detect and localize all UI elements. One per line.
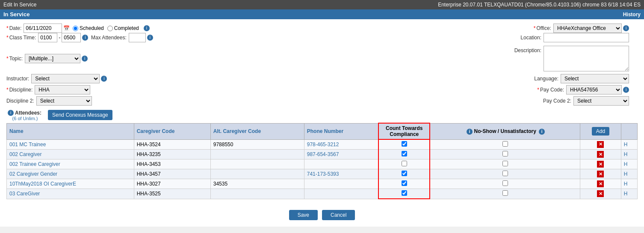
- alt-caregiver-code-sort-link[interactable]: Alt. Caregiver Code: [213, 128, 261, 134]
- instructor-info-icon[interactable]: i: [101, 76, 107, 82]
- compliance-checkbox[interactable]: [402, 180, 407, 186]
- send-conexus-button[interactable]: Send Conexus Message: [48, 110, 112, 120]
- instructor-section: Instructor: Select i: [6, 74, 318, 83]
- paycode-info-icon[interactable]: i: [623, 87, 629, 93]
- delete-button[interactable]: ✕: [597, 180, 604, 187]
- caregiver-code-cell: HHA-3453: [134, 159, 210, 169]
- max-attendees-input[interactable]: [129, 33, 146, 42]
- attendee-link[interactable]: 10ThMay2018 OI CaregiverE: [9, 181, 76, 187]
- delete-button[interactable]: ✕: [597, 161, 604, 168]
- classtime-start-input[interactable]: [38, 33, 57, 42]
- row-discipline2-paycode2: Discipline 2: Select Pay Code 2: Select: [6, 96, 638, 106]
- discipline-select[interactable]: HHA: [35, 85, 90, 94]
- phone-cell: 741-173-5393: [304, 169, 378, 179]
- h-link[interactable]: H: [624, 142, 628, 147]
- office-info-icon[interactable]: i: [623, 25, 629, 31]
- topic-select[interactable]: [Multiple...]: [25, 54, 80, 63]
- compliance-cell: [378, 189, 430, 199]
- phone-link[interactable]: 987-654-3567: [307, 151, 339, 157]
- h-cell: H: [621, 150, 637, 159]
- attendee-link[interactable]: 03 CareGiver: [9, 191, 40, 197]
- noshow-checkbox[interactable]: [502, 161, 508, 166]
- compliance-checkbox[interactable]: [402, 190, 407, 196]
- attendee-link[interactable]: 002 Caregiver: [9, 151, 41, 157]
- attendee-link[interactable]: 02 Caregiver Gender: [9, 171, 57, 177]
- compliance-checkbox[interactable]: [402, 151, 407, 156]
- phone-link[interactable]: 978-465-3212: [307, 142, 339, 147]
- caregiver-code-cell: HHA-3457: [134, 169, 210, 179]
- noshow-cell: [430, 189, 580, 199]
- noshow-info-icon[interactable]: i: [467, 129, 473, 135]
- cancel-button[interactable]: Cancel: [322, 210, 355, 220]
- language-select[interactable]: Select: [561, 74, 629, 83]
- delete-button[interactable]: ✕: [597, 171, 604, 177]
- scheduled-label[interactable]: Scheduled: [73, 25, 104, 31]
- instructor-select[interactable]: Select: [31, 74, 100, 83]
- h-link[interactable]: H: [624, 151, 628, 157]
- description-textarea[interactable]: [544, 46, 629, 71]
- noshow-checkbox[interactable]: [502, 171, 508, 176]
- topic-info-icon[interactable]: i: [82, 56, 88, 62]
- discipline2-select[interactable]: Select: [36, 96, 92, 106]
- classtime-end-input[interactable]: [62, 33, 81, 42]
- add-button[interactable]: Add: [592, 127, 609, 136]
- table-row: 002 Caregiver HHA-3235 987-654-3567 ✕ H: [7, 150, 638, 159]
- scheduled-radio[interactable]: [73, 26, 78, 31]
- col-alt-caregiver-code: Alt. Caregiver Code: [210, 123, 304, 139]
- office-section: * Office: HHAeXchange Office i: [318, 24, 638, 33]
- attendee-link[interactable]: 001 MC Trainee: [9, 142, 46, 147]
- paycode2-select[interactable]: Select: [573, 96, 629, 106]
- location-input[interactable]: [544, 33, 629, 42]
- office-select[interactable]: HHAeXchange Office: [553, 24, 622, 33]
- caregiver-code-cell: HHA-3235: [134, 150, 210, 159]
- noshow-checkbox[interactable]: [502, 180, 508, 186]
- compliance-checkbox[interactable]: [402, 141, 407, 147]
- date-input[interactable]: [24, 24, 62, 33]
- h-cell: H: [621, 179, 637, 189]
- phone-cell: 987-654-3567: [304, 150, 378, 159]
- h-link[interactable]: H: [624, 191, 628, 197]
- noshow-checkbox[interactable]: [502, 141, 508, 147]
- alt-caregiver-code-cell: [210, 189, 304, 199]
- classtime-info-icon[interactable]: i: [82, 35, 88, 41]
- classtime-section: * Class Time: - i Max Attendees: i: [6, 33, 318, 42]
- h-link[interactable]: H: [624, 161, 628, 167]
- attendees-info-icon[interactable]: i: [8, 110, 14, 116]
- noshow-cell: [430, 139, 580, 150]
- attendee-name-cell: 002 Trainee Caregiver: [7, 159, 134, 169]
- noshow-checkbox[interactable]: [502, 190, 508, 196]
- delete-button[interactable]: ✕: [597, 141, 604, 148]
- compliance-checkbox[interactable]: [402, 161, 407, 166]
- col-compliance: Count TowardsCompliance: [378, 123, 430, 139]
- form-body: * Date: 📅 Scheduled Completed i: [0, 19, 644, 204]
- compliance-checkbox[interactable]: [402, 171, 407, 176]
- completed-label[interactable]: Completed: [107, 25, 139, 31]
- noshow-info-icon2[interactable]: i: [539, 129, 545, 135]
- noshow-cell: [430, 179, 580, 189]
- attendees-tbody: 001 MC Trainee HHA-3524 9788550 978-465-…: [7, 139, 638, 199]
- h-link[interactable]: H: [624, 181, 628, 187]
- phone-number-sort-link[interactable]: Phone Number: [307, 128, 343, 134]
- phone-link[interactable]: 741-173-5393: [307, 171, 339, 177]
- caregiver-code-sort-link[interactable]: Caregiver Code: [137, 128, 175, 134]
- delete-button[interactable]: ✕: [597, 190, 604, 197]
- history-link[interactable]: History: [623, 12, 641, 18]
- location-label: Location:: [520, 35, 544, 41]
- completed-radio[interactable]: [107, 26, 113, 31]
- attendee-link[interactable]: 002 Trainee Caregiver: [9, 161, 60, 167]
- calendar-icon[interactable]: 📅: [63, 25, 70, 31]
- alt-caregiver-code-cell: [210, 159, 304, 169]
- table-row: 03 CareGiver HHA-3525 ✕ H: [7, 189, 638, 199]
- h-cell: H: [621, 139, 637, 150]
- description-section: Description:: [318, 46, 638, 71]
- save-button[interactable]: Save: [289, 210, 318, 220]
- paycode-select[interactable]: HHA547656: [566, 85, 622, 94]
- table-row: 001 MC Trainee HHA-3524 9788550 978-465-…: [7, 139, 638, 150]
- delete-button[interactable]: ✕: [597, 151, 604, 158]
- name-sort-link[interactable]: Name: [9, 128, 24, 134]
- max-attendees-label: Max Attendees:: [91, 35, 129, 41]
- max-attendees-info-icon[interactable]: i: [147, 35, 153, 41]
- noshow-checkbox[interactable]: [502, 151, 508, 156]
- h-link[interactable]: H: [624, 171, 628, 177]
- status-info-icon[interactable]: i: [144, 25, 150, 31]
